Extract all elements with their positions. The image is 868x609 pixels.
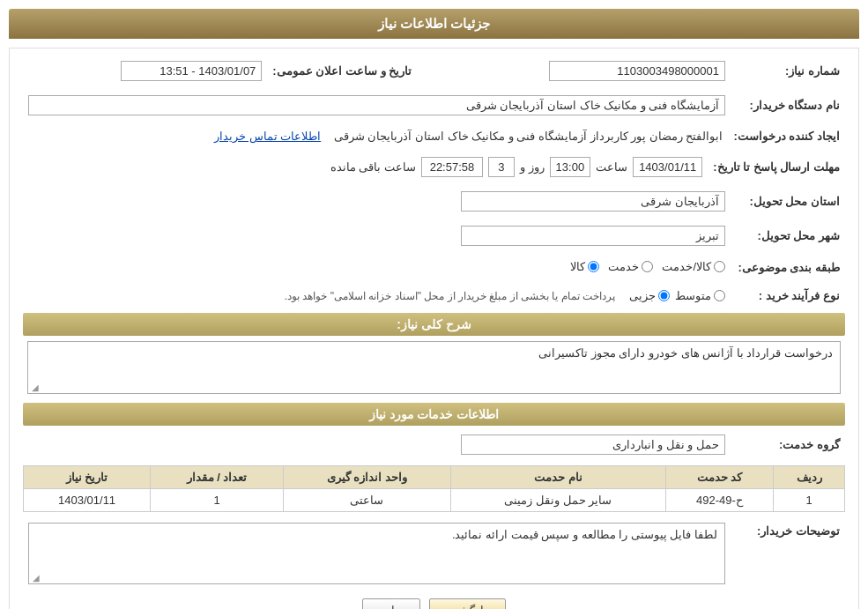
buyer-org-value: آزمایشگاه فنی و مکانیک خاک استان آذربایج…	[28, 95, 725, 115]
purchase-type-jozi[interactable]: جزیی	[629, 289, 670, 302]
deadline-label: مهلت ارسال پاسخ تا تاریخ:	[708, 153, 845, 181]
deadline-days: 3	[488, 157, 515, 177]
deadline-time-label: ساعت	[596, 160, 627, 174]
purchase-type-motavasset[interactable]: متوسط	[675, 289, 725, 302]
table-row: 1ح-49-492سایر حمل ونقل زمینیساعتی11403/0…	[24, 489, 845, 512]
category-radio-group: کالا/خدمت خدمت کالا	[570, 260, 725, 273]
col-name: نام حدمت	[450, 466, 665, 489]
buyer-desc-value: لطفا فایل پیوستی را مطالعه و سپس قیمت ار…	[452, 528, 717, 541]
col-row: ردیف	[774, 466, 845, 489]
creator-value: ابوالفتح رمضان پور کاربرداز آزمایشگاه فن…	[334, 130, 723, 143]
deadline-remaining: 22:57:58	[421, 157, 483, 177]
deadline-date: 1403/01/11	[633, 157, 702, 177]
announce-label: تاریخ و ساعت اعلان عمومی:	[267, 57, 429, 85]
deadline-time: 13:00	[550, 157, 591, 177]
need-number-value: 1103003498000001	[549, 61, 725, 81]
button-row: بازگشت چاپ	[23, 598, 845, 609]
category-label: طبقه بندی موضوعی:	[731, 256, 845, 279]
buyer-resize-handle: ◢	[31, 573, 40, 582]
need-desc-value: درخواست قرارداد با آژانس های خودرو دارای…	[538, 346, 833, 360]
buyer-org-label: نام دستگاه خریدار:	[731, 92, 845, 119]
deadline-remaining-label: ساعت باقی مانده	[330, 160, 416, 174]
category-option-kala-khedmat[interactable]: کالا/خدمت	[662, 260, 725, 273]
province-value: آذربایجان شرقی	[461, 191, 725, 212]
deadline-days-label: روز و	[520, 160, 545, 174]
purchase-type-note: پرداخت تمام یا بخشی از مبلغ خریدار از مح…	[285, 290, 615, 302]
province-label: استان محل تحویل:	[731, 188, 845, 215]
need-number-label: شماره نیاز:	[731, 57, 845, 85]
print-button[interactable]: چاپ	[362, 598, 420, 609]
service-group-value: حمل و نقل و انبارداری	[461, 434, 725, 455]
city-label: شهر محل تحویل:	[731, 222, 845, 249]
need-desc-box: درخواست قرارداد با آژانس های خودرو دارای…	[27, 341, 841, 394]
resize-handle: ◢	[30, 382, 39, 391]
service-info-header: اطلاعات خدمات مورد نیاز	[23, 403, 845, 426]
buyer-desc-label: توضیحات خریدار:	[731, 519, 845, 588]
creator-label: ایجاد کننده درخواست:	[728, 126, 845, 146]
col-code: کد حدمت	[665, 466, 774, 489]
header-title: جزئیات اطلاعات نیاز	[378, 16, 490, 31]
category-option-khedmat[interactable]: خدمت	[608, 260, 653, 273]
buyer-desc-box: لطفا فایل پیوستی را مطالعه و سپس قیمت ار…	[28, 523, 725, 584]
city-value: تبریز	[461, 226, 725, 246]
need-desc-header: شرح کلی نیاز:	[23, 313, 845, 336]
contact-link[interactable]: اطلاعات تماس خریدار	[214, 130, 321, 143]
category-option-kala[interactable]: کالا	[570, 260, 599, 273]
col-qty: تعداد / مقدار	[151, 466, 284, 489]
service-group-label: گروه خدمت:	[731, 431, 845, 458]
col-date: تاریخ نیاز	[24, 466, 151, 489]
purchase-type-label: نوع فرآیند خرید :	[731, 286, 845, 306]
announce-value: 1403/01/07 - 13:51	[121, 61, 262, 81]
col-unit: واحد اندازه گیری	[283, 466, 450, 489]
service-table: ردیف کد حدمت نام حدمت واحد اندازه گیری ت…	[23, 465, 845, 512]
page-header: جزئیات اطلاعات نیاز	[9, 9, 859, 39]
back-button[interactable]: بازگشت	[429, 598, 506, 609]
